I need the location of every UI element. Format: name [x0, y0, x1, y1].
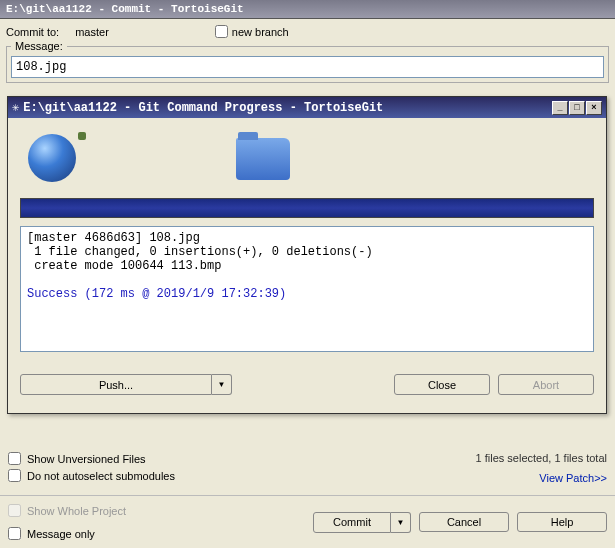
cancel-button[interactable]: Cancel	[419, 512, 509, 532]
help-button[interactable]: Help	[517, 512, 607, 532]
no-autoselect-checkbox[interactable]	[8, 469, 21, 482]
show-unversioned-checkbox[interactable]	[8, 452, 21, 465]
view-patch-link[interactable]: View Patch>>	[539, 472, 607, 484]
close-button[interactable]: Close	[394, 374, 490, 395]
close-window-button[interactable]: ×	[586, 101, 602, 115]
commit-to-label: Commit to:	[6, 26, 59, 38]
app-icon: ✳	[12, 100, 19, 115]
message-only-label: Message only	[27, 528, 95, 540]
parent-window-title: E:\git\aa1122 - Commit - TortoiseGit	[0, 0, 615, 19]
commit-message-input[interactable]	[11, 56, 604, 78]
commit-button[interactable]: Commit	[313, 512, 391, 533]
message-only-checkbox[interactable]	[8, 527, 21, 540]
commit-dropdown-arrow[interactable]: ▼	[391, 512, 411, 533]
message-legend: Message:	[11, 40, 67, 52]
show-unversioned-label: Show Unversioned Files	[27, 453, 146, 465]
selection-status: 1 files selected, 1 files total	[476, 452, 607, 464]
new-branch-checkbox[interactable]	[215, 25, 228, 38]
new-branch-label: new branch	[232, 26, 289, 38]
show-whole-project-label: Show Whole Project	[27, 505, 126, 517]
maximize-button[interactable]: □	[569, 101, 585, 115]
dialog-title: E:\git\aa1122 - Git Command Progress - T…	[23, 101, 552, 115]
show-whole-project-checkbox	[8, 504, 21, 517]
push-dropdown-arrow[interactable]: ▼	[212, 374, 232, 395]
minimize-button[interactable]: _	[552, 101, 568, 115]
no-autoselect-label: Do not autoselect submodules	[27, 470, 175, 482]
success-line: Success (172 ms @ 2019/1/9 17:32:39)	[27, 287, 286, 301]
commit-to-value: master	[75, 26, 109, 38]
message-fieldset: Message:	[6, 40, 609, 83]
folder-icon	[236, 138, 290, 180]
output-log[interactable]: [master 4686d63] 108.jpg 1 file changed,…	[20, 226, 594, 352]
globe-icon	[28, 134, 76, 182]
progress-bar	[20, 198, 594, 218]
abort-button: Abort	[498, 374, 594, 395]
push-button[interactable]: Push...	[20, 374, 212, 395]
progress-dialog: ✳ E:\git\aa1122 - Git Command Progress -…	[7, 96, 607, 414]
